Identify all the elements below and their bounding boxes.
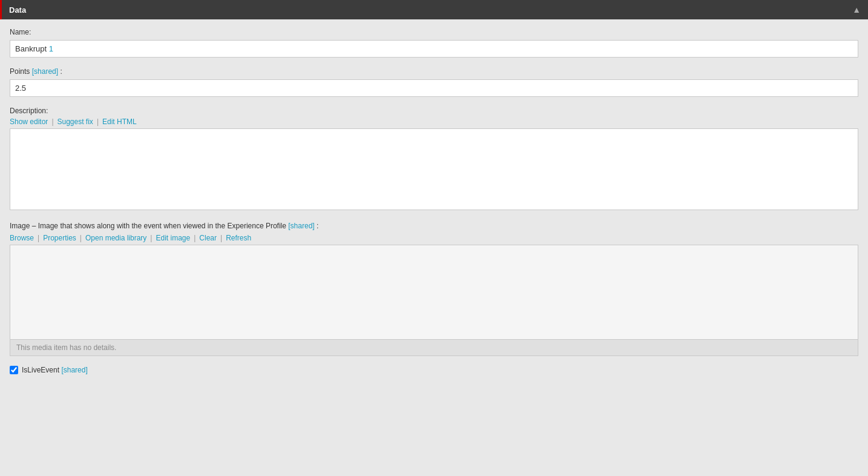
data-panel: Data ▲ Name: Bankrupt 1 Points [shared] … <box>0 0 868 383</box>
name-input-text: Bankrupt <box>15 44 49 53</box>
chevron-up-icon: ▲ <box>852 5 861 15</box>
panel-title: Data <box>9 5 26 15</box>
points-label: Points [shared] : <box>10 67 858 76</box>
edit-html-button[interactable]: Edit HTML <box>102 117 137 126</box>
img-separator-1: | <box>38 234 39 242</box>
name-input[interactable]: Bankrupt 1 <box>10 40 858 58</box>
is-live-event-checkbox[interactable] <box>10 366 18 374</box>
image-preview-container: This media item has no details. <box>10 245 858 356</box>
image-field-group: Image – Image that shows along with the … <box>10 222 858 356</box>
points-input[interactable] <box>10 79 858 97</box>
image-preview <box>10 245 858 339</box>
panel-body: Name: Bankrupt 1 Points [shared] : Descr… <box>0 19 868 383</box>
image-label: Image – Image that shows along with the … <box>10 222 858 230</box>
name-field-group: Name: Bankrupt 1 <box>10 28 858 58</box>
browse-button[interactable]: Browse <box>10 234 34 242</box>
show-editor-button[interactable]: Show editor <box>10 117 48 126</box>
description-textarea[interactable] <box>10 128 858 210</box>
points-shared-tag: [shared] <box>32 67 58 76</box>
image-shared-tag: [shared] <box>288 222 314 230</box>
img-separator-3: | <box>150 234 152 242</box>
description-toolbar: Show editor | Suggest fix | Edit HTML <box>10 117 858 126</box>
clear-button[interactable]: Clear <box>199 234 217 242</box>
panel-header[interactable]: Data ▲ <box>0 0 868 19</box>
name-label: Name: <box>10 28 858 36</box>
img-separator-4: | <box>194 234 196 242</box>
image-toolbar: Browse | Properties | Open media library… <box>10 234 858 242</box>
separator-2: | <box>97 117 99 126</box>
refresh-button[interactable]: Refresh <box>226 234 251 242</box>
is-live-event-label: IsLiveEvent [shared] <box>22 366 88 374</box>
open-media-library-button[interactable]: Open media library <box>85 234 146 242</box>
img-separator-2: | <box>80 234 82 242</box>
separator-1: | <box>51 117 53 126</box>
name-input-number: 1 <box>49 44 53 53</box>
img-separator-5: | <box>220 234 222 242</box>
edit-image-button[interactable]: Edit image <box>156 234 190 242</box>
points-field-group: Points [shared] : <box>10 67 858 97</box>
image-status-bar: This media item has no details. <box>10 339 858 355</box>
description-field-group: Description: Show editor | Suggest fix |… <box>10 107 858 212</box>
description-label: Description: <box>10 107 858 115</box>
properties-button[interactable]: Properties <box>43 234 76 242</box>
suggest-fix-button[interactable]: Suggest fix <box>58 117 93 126</box>
is-live-event-section: IsLiveEvent [shared] <box>10 366 858 374</box>
